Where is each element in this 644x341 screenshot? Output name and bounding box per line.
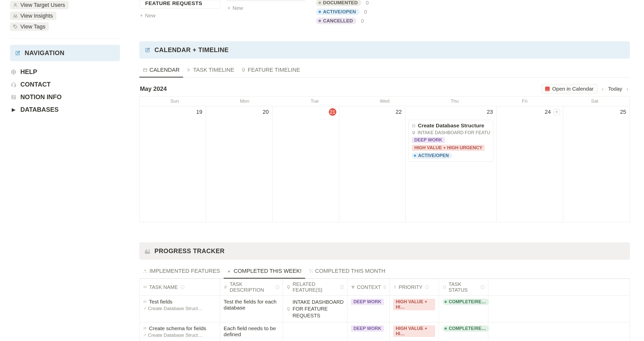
info-icon[interactable]: i	[275, 285, 279, 289]
new-blank-button[interactable]: + New	[227, 4, 305, 12]
table-row[interactable]: Create schema for fields ↗Create Databas…	[140, 322, 630, 341]
col-context[interactable]: CONTEXTi	[347, 279, 390, 295]
view-target-users-button[interactable]: View Target Users	[10, 1, 69, 9]
plus-icon: +	[227, 5, 230, 11]
info-icon[interactable]: i	[481, 285, 485, 289]
tab-label: COMPLETED THIS WEEK!	[234, 268, 302, 274]
col-related-feature[interactable]: RELATED FEATURE(S)i	[283, 279, 347, 295]
calendar-event[interactable]: Create Database Structure INTAKE DASHBOA…	[409, 120, 493, 162]
day-cell-wed[interactable]: 22	[339, 106, 406, 222]
view-tags-button[interactable]: View Tags	[10, 22, 49, 31]
info-icon[interactable]: i	[180, 285, 184, 289]
dot-icon	[445, 301, 447, 303]
status-pill-active[interactable]: ACTIVE/OPEN	[316, 9, 359, 15]
sidebar: View Target Users View Insights View Tag…	[0, 0, 130, 341]
help-link[interactable]: HELP	[10, 66, 120, 77]
status-tag: ACTIVE/OPEN	[412, 153, 452, 159]
exclaim-icon	[393, 285, 397, 289]
headset-icon	[11, 82, 16, 87]
view-insights-button[interactable]: View Insights	[10, 12, 56, 20]
open-in-calendar-button[interactable]: Open in Calendar	[541, 84, 597, 94]
cell-related: INTAKE DASHBOARD FOR FEATURE REQUESTS	[283, 295, 347, 322]
cell-status: COMPLETE/RE…	[439, 295, 488, 322]
cell-desc: Test the fields for each database	[220, 295, 283, 322]
col-status[interactable]: TASK STATUSi	[439, 279, 488, 295]
add-event-button[interactable]: +	[553, 109, 560, 115]
col-task-desc[interactable]: TASK DESCRIPTIONi	[220, 279, 283, 295]
status-pill-cancelled[interactable]: CANCELLED	[316, 18, 356, 24]
day-cell-fri[interactable]: 24 +	[497, 106, 563, 222]
next-week-button[interactable]: ›	[626, 85, 629, 93]
day-cell-sun[interactable]: 19	[140, 106, 206, 222]
priority-tag: HIGH VALUE + HIGH URGENCY	[412, 145, 485, 151]
day-header: Tue	[280, 96, 350, 106]
confetti-icon	[309, 269, 313, 273]
progress-section-header[interactable]: PROGRESS TRACKER	[139, 242, 630, 260]
nav-title: NAVIGATION	[25, 49, 64, 57]
dot-icon	[318, 2, 321, 4]
today-button[interactable]: Today	[608, 86, 622, 92]
tab-calendar[interactable]: CALENDAR	[139, 64, 183, 78]
new-feature-button[interactable]: + New	[139, 12, 220, 20]
cell-task-name: Test fields ↗Create Database Struct…	[140, 295, 220, 322]
info-icon[interactable]: i	[384, 285, 386, 289]
col-task-name[interactable]: TASK NAMEi	[140, 279, 220, 295]
tab-label: COMPLETED THIS MONTH	[315, 268, 386, 274]
day-header: Thu	[420, 96, 490, 106]
day-headers: Sun Mon Tue Wed Thu Fri Sat	[140, 96, 630, 106]
section-title: CALENDAR + TIMELINE	[154, 46, 229, 54]
calendar-section-header[interactable]: CALENDAR + TIMELINE	[139, 41, 630, 59]
tab-completed-month[interactable]: COMPLETED THIS MONTH	[305, 265, 389, 279]
feature-requests-card[interactable]: FEATURE REQUESTS	[139, 0, 220, 9]
tab-feature-timeline[interactable]: FEATURE TIMELINE	[238, 64, 304, 78]
databases-link[interactable]: ▶ DATABASES	[10, 104, 120, 115]
tab-label: FEATURE TIMELINE	[248, 67, 300, 73]
svg-point-19	[352, 287, 353, 288]
status-row: DOCUMENTED 0	[316, 0, 369, 6]
party-icon	[227, 269, 232, 273]
tab-completed-week[interactable]: COMPLETED THIS WEEK!	[224, 265, 305, 279]
svg-rect-9	[144, 69, 147, 72]
day-cell-mon[interactable]: 20	[206, 106, 272, 222]
tab-task-timeline[interactable]: TASK TIMELINE	[183, 64, 238, 78]
chart-icon	[144, 248, 150, 254]
checklist-icon	[143, 300, 147, 304]
lightbulb-icon	[287, 307, 291, 311]
button-label: View Tags	[20, 23, 45, 30]
tab-implemented-features[interactable]: IMPLEMENTED FEATURES	[139, 265, 224, 279]
navigation-header[interactable]: NAVIGATION	[10, 45, 120, 61]
blank-card[interactable]	[227, 0, 305, 1]
cell-priority: HIGH VALUE + HI…	[390, 322, 439, 341]
info-icon[interactable]: i	[340, 285, 344, 289]
svg-rect-16	[312, 272, 313, 273]
person-icon	[13, 3, 18, 8]
day-cell-sat[interactable]: 25	[563, 106, 630, 222]
status-pill-documented[interactable]: DOCUMENTED	[316, 0, 361, 6]
status-tag: COMPLETE/RE…	[442, 325, 489, 332]
priority-tag: HIGH VALUE + HI…	[393, 325, 435, 337]
status-count: 0	[366, 0, 369, 6]
svg-point-18	[353, 286, 354, 287]
cell-task-name: Create schema for fields ↗Create Databas…	[140, 322, 220, 341]
cell-context: DEEP WORK	[347, 295, 390, 322]
triangle-right-icon: ▶	[11, 107, 16, 112]
table-row[interactable]: Test fields ↗Create Database Struct… Tes…	[140, 295, 630, 322]
cell-priority: HIGH VALUE + HI…	[390, 295, 439, 322]
text-icon	[224, 285, 228, 289]
contact-link[interactable]: CONTACT	[10, 79, 120, 90]
info-icon[interactable]: i	[425, 285, 429, 289]
col-priority[interactable]: PRIORITYi	[390, 279, 439, 295]
prev-week-button[interactable]: ‹	[601, 85, 605, 93]
dot-icon	[414, 155, 416, 157]
dot-icon	[318, 20, 321, 22]
day-cell-thu[interactable]: 23 Create Database Structure INTAKE DASH…	[406, 106, 497, 222]
week-row: 19 20 21 22 23 Create Database Structure…	[140, 106, 630, 222]
day-header: Fri	[490, 96, 559, 106]
notion-info-link[interactable]: NOTION INFO	[10, 92, 120, 102]
calendar-app-icon	[545, 87, 550, 91]
day-header: Sat	[560, 96, 630, 106]
svg-rect-14	[311, 271, 312, 272]
day-cell-tue[interactable]: 21	[273, 106, 339, 222]
new-label: New	[145, 13, 155, 19]
cell-empty	[488, 322, 630, 341]
